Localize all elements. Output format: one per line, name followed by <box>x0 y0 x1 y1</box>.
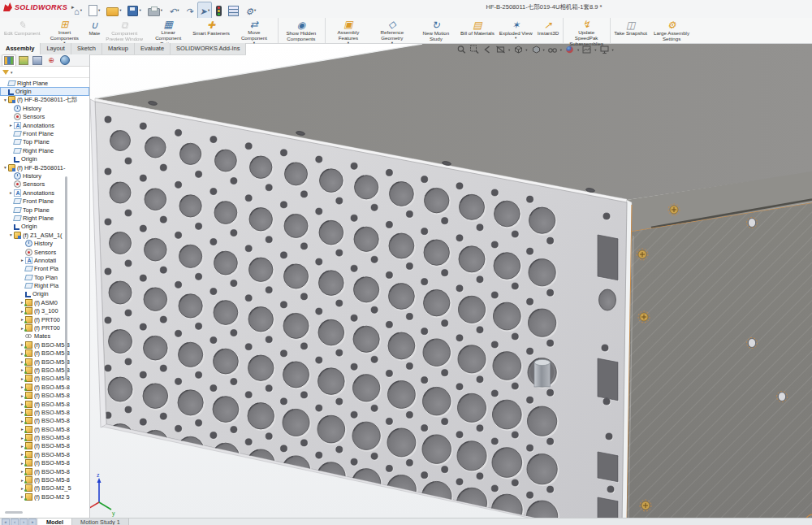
expand-arrow-icon[interactable]: ▾ <box>8 232 14 237</box>
options-gear[interactable]: ⚙ ▾ <box>243 2 258 20</box>
command-tab[interactable]: Sketch <box>71 43 102 54</box>
tree-item[interactable]: ▸ (f) BSO-M5-8 <box>0 341 89 349</box>
tree-item[interactable]: History <box>0 171 89 180</box>
tree-item[interactable]: ▸ (f) BSO-M5-8 <box>0 459 89 467</box>
tree-item[interactable]: ▸ Annotations <box>0 121 89 129</box>
tree-item[interactable]: ▸ (f) BSO-M5-8 <box>0 408 89 416</box>
tree-item[interactable]: ▸ (f) BSO-M5-8 <box>0 442 89 450</box>
configuration-manager-tab[interactable] <box>31 55 44 66</box>
tree-item[interactable]: ▸ (f) BSO-M5-8 <box>0 349 89 358</box>
zoom-to-fit-icon[interactable] <box>456 45 467 54</box>
study-nav-button[interactable]: « <box>2 518 10 525</box>
show-hidden-components[interactable]: ◉ Show Hidden Components ▾ <box>279 18 326 43</box>
assembly-features[interactable]: ▣ Assembly Features ▾ <box>326 18 370 43</box>
tree-vertical-scrollbar[interactable] <box>65 176 67 380</box>
tree-item[interactable]: ▸ (f) BSO-M5-8 <box>0 358 89 366</box>
tree-item[interactable]: ▸ (f) BSO-M5-8 <box>0 383 89 391</box>
insert-components[interactable]: ⊞ Insert Components ▾ <box>42 18 86 43</box>
open-document[interactable]: ▾ <box>104 3 123 18</box>
tree-item[interactable]: ▸ (f) BSO-M5-8 <box>0 475 89 484</box>
tree-item[interactable]: Right Plane <box>0 146 89 154</box>
component-preview-window[interactable]: ⧉ Component Preview Window ▾ <box>102 18 146 43</box>
print[interactable]: ▾ <box>145 4 165 18</box>
tree-item[interactable]: Origin <box>0 223 89 231</box>
zoom-to-area-icon[interactable] <box>469 45 480 54</box>
tree-item[interactable]: Front Plane <box>0 129 89 137</box>
property-manager-tab[interactable] <box>17 55 30 66</box>
display-manager-tab[interactable] <box>58 55 71 66</box>
tree-item[interactable]: Origin <box>0 290 89 298</box>
tree-item[interactable]: Right Plane <box>0 79 89 87</box>
tree-item[interactable]: Sensors <box>0 180 89 189</box>
take-snapshot[interactable]: ◫ Take Snapshot ▾ <box>611 18 650 43</box>
tree-item[interactable]: ▸ (f) BSO-M2_5 <box>0 484 89 492</box>
move-component[interactable]: ⇄ Move Component ▾ <box>232 18 279 43</box>
tree-item[interactable]: Front Plane <box>0 197 89 205</box>
tree-item[interactable]: ▸ Annotati <box>0 256 89 264</box>
expand-arrow-icon[interactable]: ▸ <box>19 258 25 262</box>
command-tab[interactable]: Evaluate <box>135 43 171 54</box>
rebuild-traffic-light[interactable]: ▾ <box>214 4 224 18</box>
dimxpert-manager-tab[interactable]: ⊕ <box>45 55 58 66</box>
tree-item[interactable]: ▾ (f) Z1_ASM_1( <box>0 231 89 239</box>
tree-item[interactable]: ▸ (f) BSO-M5-8 <box>0 391 89 399</box>
tree-item[interactable]: ▸ (f) BSO-M5-8 <box>0 425 89 433</box>
tree-item[interactable]: ▸ (f) PRT00 <box>0 323 89 332</box>
update-speedpak-subassemblies[interactable]: ↯ Update SpeedPak Subassemblies ▾ <box>564 18 611 43</box>
file-properties[interactable]: ▾ <box>226 4 241 18</box>
exploded-view[interactable]: ✶ Exploded View ▾ <box>497 18 535 43</box>
redo[interactable]: ↷ ▾ <box>183 2 195 20</box>
tree-item[interactable]: Right Plane <box>0 214 89 222</box>
mate[interactable]: ∪ Mate ▾ <box>86 18 102 43</box>
new-document[interactable]: ▾ <box>86 3 102 18</box>
select[interactable]: ➤ ▾ <box>197 2 212 20</box>
study-nav-button[interactable]: » <box>28 518 37 525</box>
feature-manager-tab[interactable] <box>2 54 16 66</box>
study-nav-button[interactable]: ‹ <box>11 518 19 525</box>
tree-item[interactable]: Mates <box>0 332 89 341</box>
tree-item[interactable]: ▸ Annotations <box>0 189 89 197</box>
command-tab[interactable]: Markup <box>102 43 135 54</box>
command-tab[interactable]: SOLIDWORKS Add-Ins <box>171 43 246 54</box>
command-tab[interactable]: Layout <box>41 43 71 54</box>
study-nav-button[interactable]: › <box>19 518 28 525</box>
reference-geometry[interactable]: ◇ Reference Geometry ▾ <box>370 18 414 43</box>
large-assembly-settings[interactable]: ⚙ Large Assembly Settings ▾ <box>650 18 693 43</box>
tree-item[interactable]: ▸ (f) BSO-M5-8 <box>0 450 89 458</box>
tree-item[interactable]: Origin <box>0 155 89 163</box>
tree-item[interactable]: ▸ (f) BSO-M5-8 <box>0 366 89 374</box>
tree-item[interactable]: History <box>0 104 89 112</box>
apply-scene-icon[interactable] <box>581 45 592 54</box>
save[interactable]: ▾ <box>125 4 143 18</box>
study-tab[interactable]: Model <box>38 518 72 525</box>
smart-fasteners[interactable]: ✚ Smart Fasteners ▾ <box>190 18 232 43</box>
tree-item[interactable]: Right Pla <box>0 281 89 289</box>
tree-horizontal-scrollbar[interactable] <box>5 511 23 514</box>
edit-appearance-icon[interactable] <box>564 45 575 54</box>
tree-item[interactable]: ▸ (f) BSO-M2 5 <box>0 492 89 501</box>
study-tab[interactable]: Motion Study 1 <box>72 518 129 525</box>
expand-arrow-icon[interactable]: ▸ <box>8 123 14 128</box>
tree-item[interactable]: ▸ (f) ASM0 <box>0 298 89 306</box>
tree-item[interactable]: ▾ (f) HF-B-2508011- <box>0 163 89 171</box>
expand-arrow-icon[interactable]: ▸ <box>8 190 14 195</box>
undo[interactable]: ↶ ▾ <box>166 2 181 20</box>
tree-item[interactable]: ▾ (f) HF-B-2508011-七部 <box>0 96 89 104</box>
tree-filter[interactable]: ▾ <box>0 67 89 78</box>
edit-component[interactable]: ✎ Edit Component ▾ <box>2 18 42 43</box>
linear-component-pattern[interactable]: ▦ Linear Component Pattern ▾ <box>146 18 190 43</box>
tree-item[interactable]: ▸ (f) BSO-M5-8 <box>0 433 89 441</box>
expand-arrow-icon[interactable]: ▾ <box>2 165 8 170</box>
model-viewport[interactable]: zxy <box>89 44 812 518</box>
new-motion-study[interactable]: ↻ New Motion Study ▾ <box>414 18 458 43</box>
tree-item[interactable]: ▸ (f) BSO-M5-8 <box>0 417 89 425</box>
home[interactable]: ⌂ ▾ <box>71 2 84 20</box>
section-view-icon[interactable] <box>495 45 506 54</box>
tree-item[interactable]: ▸ (f) BSO-M5-8 <box>0 400 89 408</box>
tree-item[interactable]: Origin <box>0 87 89 95</box>
tree-item[interactable]: ▸ (f) BSO-M5-8 <box>0 467 89 475</box>
tree-item[interactable]: Top Plane <box>0 206 89 214</box>
tree-item[interactable]: Top Plan <box>0 273 89 281</box>
expand-arrow-icon[interactable]: ▾ <box>2 98 8 102</box>
view-settings-icon[interactable] <box>599 45 610 54</box>
